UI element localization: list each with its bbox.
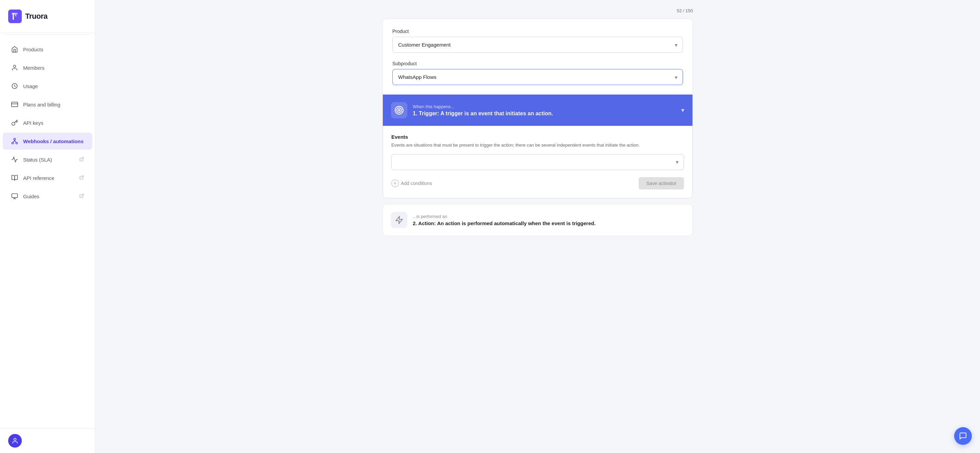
action-title: 2. Action: An action is performed automa… (413, 220, 684, 226)
sidebar-divider (5, 34, 89, 35)
product-select[interactable]: Customer Engagement Identity Verificatio… (392, 37, 683, 53)
counter-row: 52 / 150 (382, 8, 693, 13)
events-section: Events Events are situations that must b… (383, 126, 692, 198)
guides-icon (11, 192, 18, 200)
add-conditions-button[interactable]: + Add conditions (391, 177, 432, 190)
sidebar-bottom (0, 428, 95, 453)
sidebar-item-products-label: Products (23, 46, 43, 52)
user-avatar[interactable] (8, 434, 22, 448)
truora-logo-icon (8, 10, 22, 23)
gauge-icon (11, 82, 18, 90)
events-description: Events are situations that must be prese… (391, 142, 684, 149)
sidebar-nav: Products Members Usage (0, 36, 95, 428)
svg-marker-13 (396, 216, 402, 224)
sidebar-item-members-label: Members (23, 65, 45, 71)
svg-rect-0 (8, 10, 22, 23)
svg-point-9 (14, 439, 16, 441)
action-card: ...is performed an 2. Action: An action … (382, 204, 693, 236)
trigger-title: 1. Trigger: A trigger is an event that i… (413, 111, 676, 117)
svg-rect-8 (12, 194, 18, 198)
add-conditions-label: Add conditions (401, 181, 432, 186)
product-form-card: Product Customer Engagement Identity Ver… (382, 19, 693, 199)
sidebar-item-status-sla[interactable]: Status (SLA) (3, 151, 92, 168)
sidebar-item-usage-label: Usage (23, 83, 38, 89)
subproduct-select-wrapper: WhatsApp Flows SMS Email Push Notificati… (392, 69, 683, 85)
sidebar: Truora Products Members (0, 0, 95, 453)
sidebar-item-plans-billing[interactable]: Plans and billing (3, 96, 92, 113)
events-select[interactable] (391, 154, 684, 170)
sidebar-item-usage[interactable]: Usage (3, 78, 92, 95)
sidebar-item-members[interactable]: Members (3, 59, 92, 76)
plus-circle-icon: + (391, 180, 399, 187)
svg-point-11 (397, 108, 401, 113)
key-icon (11, 119, 18, 127)
svg-point-1 (14, 65, 16, 68)
external-link-icon-api (79, 175, 84, 181)
external-link-icon-guides (79, 194, 84, 199)
sidebar-item-api-keys[interactable]: API keys (3, 114, 92, 131)
chat-button[interactable] (954, 427, 972, 445)
product-select-wrapper: Customer Engagement Identity Verificatio… (392, 37, 683, 53)
trigger-subtitle: When this happens... (413, 104, 676, 109)
sidebar-item-plans-billing-label: Plans and billing (23, 102, 60, 108)
action-header: ...is performed an 2. Action: An action … (383, 204, 692, 236)
target-icon (395, 105, 404, 115)
subproduct-select[interactable]: WhatsApp Flows SMS Email Push Notificati… (392, 69, 683, 85)
user-icon (11, 64, 18, 72)
sidebar-item-webhooks[interactable]: Webhooks / automations (3, 133, 92, 149)
events-title: Events (391, 134, 684, 140)
chart-icon (11, 156, 18, 163)
sidebar-item-guides-label: Guides (23, 194, 40, 199)
events-footer: + Add conditions Save activator (391, 177, 684, 190)
svg-rect-3 (11, 102, 18, 106)
external-link-icon-sla (79, 157, 84, 162)
home-icon (11, 46, 18, 53)
trigger-icon-wrap (391, 102, 407, 118)
action-icon-wrap (391, 212, 407, 228)
sidebar-item-api-reference-label: API reference (23, 175, 54, 181)
sidebar-item-status-sla-label: Status (SLA) (23, 157, 52, 162)
chat-icon (959, 432, 967, 440)
logo-text: Truora (25, 12, 47, 21)
book-icon (11, 174, 18, 181)
counter-text: 52 / 150 (677, 8, 693, 13)
trigger-text: When this happens... 1. Trigger: A trigg… (413, 104, 676, 117)
bolt-icon (395, 216, 404, 224)
action-text: ...is performed an 2. Action: An action … (413, 214, 684, 226)
sidebar-item-guides[interactable]: Guides (3, 188, 92, 205)
svg-point-12 (398, 110, 400, 111)
sidebar-logo: Truora (0, 0, 95, 33)
card-icon (11, 101, 18, 108)
action-subtitle: ...is performed an (413, 214, 684, 219)
trigger-header[interactable]: When this happens... 1. Trigger: A trigg… (383, 95, 692, 126)
product-label: Product (392, 29, 683, 34)
main-content: 52 / 150 Product Customer Engagement Ide… (95, 0, 980, 453)
events-select-wrapper: ▾ (391, 154, 684, 170)
sidebar-item-api-keys-label: API keys (23, 120, 43, 126)
webhook-icon (11, 137, 18, 145)
subproduct-label: Subproduct (392, 61, 683, 66)
sidebar-item-webhooks-label: Webhooks / automations (23, 138, 83, 144)
trigger-card: When this happens... 1. Trigger: A trigg… (383, 95, 692, 126)
save-activator-button[interactable]: Save activator (639, 177, 684, 189)
trigger-chevron-icon[interactable]: ▾ (681, 106, 684, 114)
sidebar-item-api-reference[interactable]: API reference (3, 169, 92, 186)
sidebar-item-products[interactable]: Products (3, 41, 92, 58)
save-activator-label: Save activator (646, 181, 676, 186)
